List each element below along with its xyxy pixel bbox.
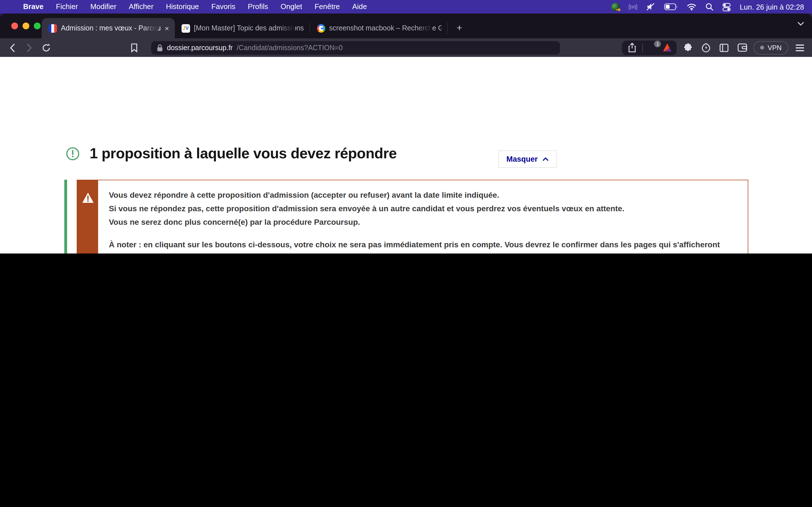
wifi-icon[interactable] bbox=[687, 3, 696, 10]
tab-strip: Admission : mes vœux - Parcou × JV [Mon … bbox=[0, 13, 812, 38]
reload-button[interactable] bbox=[40, 41, 53, 54]
menu-fichier[interactable]: Fichier bbox=[50, 0, 84, 13]
tab-mon-master[interactable]: JV [Mon Master] Topic des admissions bbox=[174, 18, 309, 38]
url-path: /Candidat/admissions?ACTION=0 bbox=[237, 44, 343, 52]
google-favicon bbox=[317, 24, 325, 33]
menu-onglet[interactable]: Onglet bbox=[274, 0, 308, 13]
sound-muted-icon[interactable] bbox=[646, 3, 655, 11]
menu-modifier[interactable]: Modifier bbox=[84, 0, 123, 13]
browser-toolbar: dossier.parcoursup.fr/Candidat/admission… bbox=[0, 38, 812, 57]
warning-line-2: Si vous ne répondez pas, cette propositi… bbox=[109, 204, 624, 213]
warning-triangle-icon bbox=[82, 192, 94, 203]
tab-google-search[interactable]: screenshot macbook – Recherche G bbox=[310, 18, 447, 38]
forward-button[interactable] bbox=[22, 41, 36, 54]
warning-line-4: À noter : en cliquant sur les boutons ci… bbox=[109, 240, 720, 253]
section-green-rule bbox=[64, 180, 67, 253]
tab-search-chevron-icon[interactable] bbox=[797, 21, 804, 26]
browser-menu-icon[interactable] bbox=[793, 41, 806, 54]
menu-brave[interactable]: Brave bbox=[17, 0, 50, 13]
brave-shield-icon[interactable]: 1 bbox=[648, 43, 658, 53]
tab-close-icon[interactable]: × bbox=[165, 24, 169, 33]
control-center-icon[interactable] bbox=[722, 3, 731, 11]
menu-bar-clock[interactable]: Lun. 26 juin à 02:28 bbox=[740, 3, 804, 11]
battery-icon[interactable] bbox=[664, 3, 678, 10]
tab-parcoursup[interactable]: Admission : mes vœux - Parcou × bbox=[42, 18, 174, 38]
vpn-button[interactable]: VPN bbox=[754, 41, 788, 54]
masquer-toggle-button[interactable]: Masquer bbox=[499, 151, 556, 168]
proposal-alert-icon bbox=[66, 147, 80, 160]
warning-line-1: Vous devez répondre à cette proposition … bbox=[109, 190, 499, 200]
airdrop-status-icon[interactable] bbox=[629, 3, 637, 11]
menu-afficher[interactable]: Afficher bbox=[123, 0, 160, 13]
chevron-up-icon bbox=[542, 157, 548, 161]
close-window-button[interactable] bbox=[11, 22, 18, 29]
new-tab-button[interactable]: + bbox=[448, 18, 471, 38]
vpn-label: VPN bbox=[768, 44, 781, 52]
warning-callout: Vous devez répondre à cette proposition … bbox=[77, 180, 748, 253]
address-bar[interactable]: dossier.parcoursup.fr/Candidat/admission… bbox=[151, 41, 560, 54]
sidebar-panel-icon[interactable] bbox=[718, 41, 731, 54]
back-button[interactable] bbox=[6, 41, 19, 54]
extensions-puzzle-icon[interactable] bbox=[681, 41, 695, 54]
menu-favoris[interactable]: Favoris bbox=[205, 0, 242, 13]
masquer-label: Masquer bbox=[506, 155, 538, 163]
menu-historique[interactable]: Historique bbox=[160, 0, 205, 13]
warning-stripe bbox=[77, 180, 98, 253]
jdownloader-tray-icon[interactable] bbox=[611, 3, 620, 11]
brave-rewards-bat-icon[interactable] bbox=[663, 43, 672, 52]
url-host: dossier.parcoursup.fr bbox=[167, 44, 233, 52]
vpn-status-dot bbox=[760, 46, 764, 50]
bookmark-icon[interactable] bbox=[128, 41, 141, 54]
menu-aide[interactable]: Aide bbox=[346, 0, 373, 13]
browser-window: Admission : mes vœux - Parcou × JV [Mon … bbox=[0, 13, 812, 253]
shield-badge: 1 bbox=[654, 40, 661, 47]
jeuxvideo-favicon: JV bbox=[181, 24, 190, 33]
page-title: 1 proposition à laquelle vous devez répo… bbox=[90, 145, 397, 162]
spotlight-search-icon[interactable] bbox=[705, 3, 713, 11]
minimize-window-button[interactable] bbox=[22, 22, 29, 29]
menu-profils[interactable]: Profils bbox=[242, 0, 274, 13]
screen: Brave Fichier Modifier Afficher Historiq… bbox=[0, 0, 812, 253]
brave-wallet-icon[interactable] bbox=[735, 41, 749, 54]
parcoursup-page: 1 proposition à laquelle vous devez répo… bbox=[0, 57, 812, 253]
lock-icon bbox=[157, 44, 163, 52]
parcoursup-favicon bbox=[49, 24, 57, 33]
warning-line-3: Vous ne serez donc plus concerné(e) par … bbox=[109, 217, 360, 226]
zoom-window-button[interactable] bbox=[34, 22, 41, 29]
macos-menu-bar: Brave Fichier Modifier Afficher Historiq… bbox=[0, 0, 812, 13]
brave-leo-leaf-icon[interactable] bbox=[700, 41, 713, 54]
share-icon[interactable] bbox=[627, 41, 638, 54]
menu-fenetre[interactable]: Fenêtre bbox=[308, 0, 346, 13]
